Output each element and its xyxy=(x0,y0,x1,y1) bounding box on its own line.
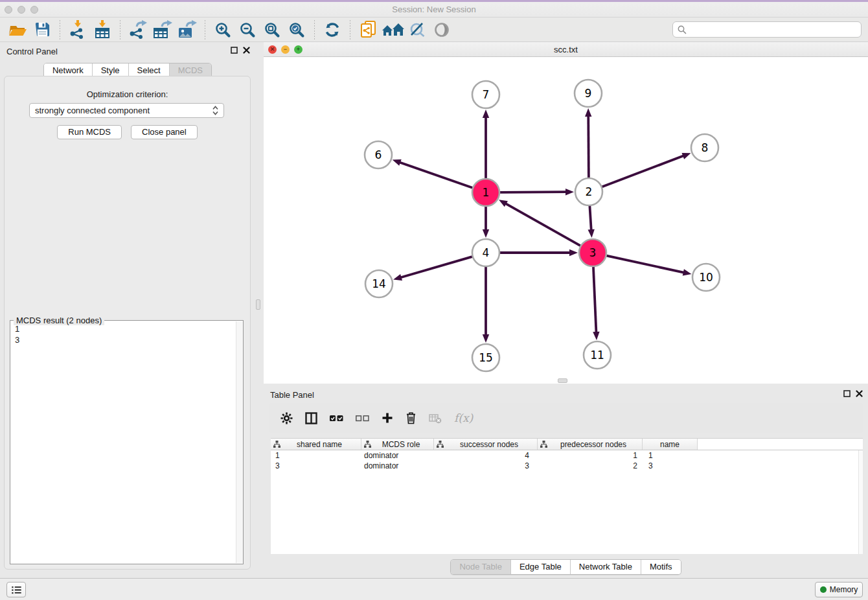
search-input[interactable] xyxy=(687,23,856,36)
window-title: Session: New Session xyxy=(0,0,868,19)
import-network-button[interactable] xyxy=(65,19,90,41)
table-row[interactable]: 1dominator411 xyxy=(271,450,863,461)
deselect-all-button[interactable] xyxy=(356,413,369,423)
export-table-button[interactable] xyxy=(150,19,175,41)
close-panel-icon[interactable] xyxy=(243,47,250,54)
table-tab-network-table[interactable]: Network Table xyxy=(571,560,641,574)
table-settings-button[interactable] xyxy=(280,412,293,424)
houses-button[interactable] xyxy=(380,19,405,41)
edge-1-6[interactable] xyxy=(399,162,472,188)
clone-network-icon xyxy=(360,20,377,39)
edge-3-1[interactable] xyxy=(505,203,580,246)
table-cell[interactable]: 4 xyxy=(434,450,538,461)
zoom-fit-button[interactable] xyxy=(260,19,284,41)
table-cell[interactable]: dominator xyxy=(361,461,434,471)
column-header-shared-name[interactable]: shared name xyxy=(271,439,361,450)
network-canvas[interactable]: 7968124314101511 xyxy=(264,57,868,384)
optimization-criterion-label: Optimization criterion: xyxy=(5,89,250,99)
zoom-selected-button[interactable] xyxy=(284,19,309,41)
zoom-out-button[interactable] xyxy=(235,19,260,41)
node-label-10: 10 xyxy=(699,271,713,284)
criterion-dropdown[interactable]: strongly connected component xyxy=(29,103,224,118)
export-network-icon xyxy=(128,20,148,40)
export-network-button[interactable] xyxy=(126,19,150,41)
edge-1-2[interactable] xyxy=(500,192,567,192)
network-view-window: ✕ − + scc.txt 7968124314101511 xyxy=(264,42,868,384)
memory-status-icon xyxy=(820,586,827,593)
table-row[interactable]: 3dominator323 xyxy=(271,461,863,471)
table-cell[interactable]: 3 xyxy=(271,461,361,471)
column-header-name[interactable]: name xyxy=(643,439,698,450)
show-columns-button[interactable] xyxy=(305,412,317,424)
attribute-icon xyxy=(364,441,371,448)
arrowhead-2-8 xyxy=(681,153,691,159)
column-header-MCDS-role[interactable]: MCDS role xyxy=(361,439,434,450)
table-cell[interactable]: 1 xyxy=(538,450,643,461)
create-column-button[interactable] xyxy=(382,412,393,424)
edge-2-9[interactable] xyxy=(588,115,589,178)
toolbar-search xyxy=(672,21,862,38)
table-cell[interactable]: dominator xyxy=(361,450,434,461)
table-cell[interactable]: 3 xyxy=(643,461,698,471)
float-table-panel-icon[interactable] xyxy=(843,390,851,397)
save-floppy-icon xyxy=(34,21,51,38)
edge-2-8[interactable] xyxy=(602,156,685,187)
close-panel-button[interactable]: Close panel xyxy=(131,125,198,139)
hide-details-button[interactable] xyxy=(405,19,429,41)
close-table-panel-icon[interactable] xyxy=(856,390,863,397)
edge-4-14[interactable] xyxy=(400,257,472,277)
function-builder-button[interactable]: f(x) xyxy=(454,411,473,424)
application-window: Session: New Session xyxy=(0,0,868,600)
vertical-splitter-handle[interactable] xyxy=(256,299,260,310)
trash-icon xyxy=(405,411,417,424)
table-scrollbar[interactable] xyxy=(858,450,863,554)
table-cell[interactable]: 1 xyxy=(643,450,698,461)
save-session-button[interactable] xyxy=(30,19,54,41)
run-mcds-button[interactable]: Run MCDS xyxy=(57,125,122,139)
memory-button[interactable]: Memory xyxy=(815,582,863,597)
mcds-result-item[interactable]: 3 xyxy=(15,334,243,345)
network-window-titlebar: ✕ − + scc.txt xyxy=(264,42,868,57)
table-cell[interactable]: 1 xyxy=(271,450,361,461)
show-details-button[interactable] xyxy=(429,19,454,41)
table-cell[interactable]: 3 xyxy=(434,461,538,471)
main-toolbar xyxy=(0,17,868,42)
column-header-filler xyxy=(698,439,863,450)
edge-3-11[interactable] xyxy=(593,267,597,333)
open-session-button[interactable] xyxy=(5,19,30,41)
dropdown-stepper-icon xyxy=(212,106,218,115)
edge-3-10[interactable] xyxy=(606,256,684,273)
delete-table-button[interactable] xyxy=(429,412,442,424)
import-table-button[interactable] xyxy=(90,19,115,41)
result-scrollbar[interactable] xyxy=(236,321,243,563)
table-tab-node-table[interactable]: Node Table xyxy=(451,560,511,574)
export-image-button[interactable] xyxy=(175,19,200,41)
column-header-successor-nodes[interactable]: successor nodes xyxy=(434,439,538,450)
float-panel-icon[interactable] xyxy=(231,47,238,54)
table-tab-edge-table[interactable]: Edge Table xyxy=(511,560,571,574)
select-all-button[interactable] xyxy=(330,413,343,423)
table-tab-motifs[interactable]: Motifs xyxy=(641,560,681,574)
horizontal-splitter-handle[interactable] xyxy=(558,378,567,383)
node-label-2: 2 xyxy=(586,185,593,198)
attribute-icon xyxy=(273,441,280,448)
refresh-button[interactable] xyxy=(320,19,345,41)
node-label-11: 11 xyxy=(590,349,604,362)
zoom-in-button[interactable] xyxy=(211,19,235,41)
arrowhead-1-6 xyxy=(393,159,402,166)
zoom-fit-icon xyxy=(264,21,280,38)
table-cell[interactable]: 2 xyxy=(538,461,643,471)
mcds-result-box: MCDS result (2 nodes) 13 xyxy=(10,320,244,564)
delete-column-button[interactable] xyxy=(405,411,417,424)
import-table-icon xyxy=(93,20,111,40)
table-panel-title: Table Panel xyxy=(270,390,314,400)
memory-label: Memory xyxy=(830,585,858,594)
edge-2-3[interactable] xyxy=(589,206,591,231)
clone-network-button[interactable] xyxy=(356,19,380,41)
gear-icon xyxy=(280,412,293,424)
column-header-predecessor-nodes[interactable]: predecessor nodes xyxy=(538,439,643,450)
attribute-icon xyxy=(437,441,444,448)
task-history-button[interactable] xyxy=(6,582,26,597)
node-label-6: 6 xyxy=(375,148,382,161)
arrowhead-3-1 xyxy=(499,200,508,207)
